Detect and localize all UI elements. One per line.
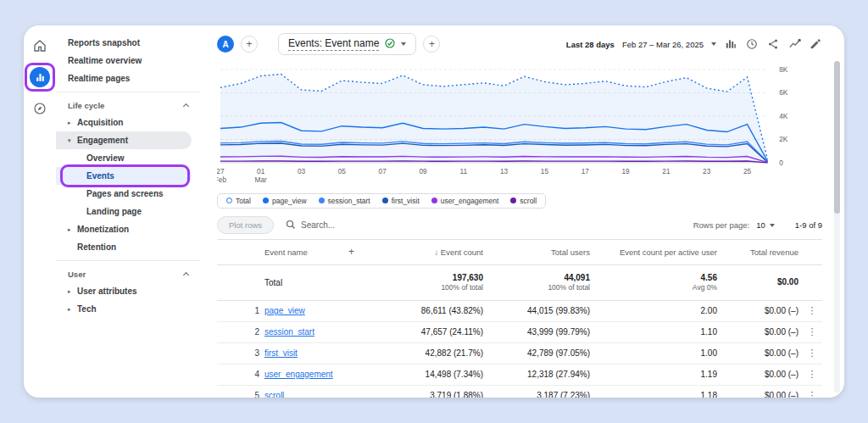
sidebar-item-label: Monetization bbox=[77, 225, 129, 234]
page-title: Events: Event name bbox=[288, 37, 379, 51]
legend-item-session_start[interactable]: session_start bbox=[319, 197, 370, 205]
event-name-link[interactable]: page_view bbox=[264, 306, 305, 315]
sidebar-item-pages-and-screens[interactable]: Pages and screens bbox=[56, 185, 200, 203]
event-name-link[interactable]: scroll bbox=[264, 391, 284, 398]
chevron-down-icon[interactable] bbox=[711, 42, 716, 46]
total-revenue-cell: $0.00 (–) bbox=[721, 327, 802, 337]
event-name-link[interactable]: first_visit bbox=[264, 348, 298, 358]
add-comparison-button[interactable]: + bbox=[241, 36, 258, 53]
svg-text:13: 13 bbox=[500, 167, 509, 175]
legend-item-first_visit[interactable]: first_visit bbox=[382, 197, 420, 205]
sidebar-item-engagement[interactable]: ▾Engagement bbox=[56, 131, 192, 149]
total-revenue-cell: $0.00 (–) bbox=[721, 306, 802, 315]
legend-item-scroll[interactable]: scroll bbox=[510, 197, 537, 205]
compare-charts-icon[interactable] bbox=[724, 37, 737, 51]
legend-dot-icon bbox=[263, 198, 269, 203]
sidebar: Reports snapshot Realtime overview Realt… bbox=[56, 25, 200, 398]
sidebar-item-monetization[interactable]: ▸Monetization bbox=[56, 220, 200, 238]
sidebar-item-label: Reports snapshot bbox=[68, 38, 140, 47]
column-header-total-users[interactable]: Total users bbox=[487, 248, 593, 257]
search-input[interactable] bbox=[301, 220, 386, 230]
sidebar-section-user[interactable]: User bbox=[56, 265, 200, 282]
svg-text:Mar: Mar bbox=[255, 175, 267, 184]
sidebar-item-reports-snapshot[interactable]: Reports snapshot bbox=[56, 34, 200, 52]
section-label: Life cycle bbox=[68, 101, 104, 110]
chevron-down-icon bbox=[770, 224, 775, 227]
legend-label: user_engagement bbox=[441, 197, 499, 205]
event-count-cell: 86,611 (43.82%) bbox=[376, 306, 487, 315]
sidebar-item-tech[interactable]: ▸Tech bbox=[56, 300, 200, 318]
add-button[interactable]: + bbox=[423, 36, 440, 53]
sidebar-item-label: Tech bbox=[77, 304, 97, 314]
app-window: Reports snapshot Realtime overview Realt… bbox=[24, 25, 844, 398]
sidebar-item-retention[interactable]: Retention bbox=[56, 238, 200, 256]
scrollbar-thumb[interactable] bbox=[834, 61, 840, 214]
event-name-link[interactable]: user_engagement bbox=[264, 370, 333, 379]
avatar[interactable]: A bbox=[217, 36, 234, 53]
sidebar-item-events[interactable]: Events bbox=[56, 167, 192, 185]
row-menu-icon[interactable]: ⋮ bbox=[802, 348, 822, 359]
sidebar-section-life-cycle[interactable]: Life cycle bbox=[56, 97, 200, 114]
home-icon[interactable] bbox=[31, 37, 48, 54]
sidebar-item-realtime-overview[interactable]: Realtime overview bbox=[56, 52, 200, 70]
plot-rows-button[interactable]: Plot rows bbox=[217, 216, 274, 234]
rows-per-page-label: Rows per page: bbox=[693, 220, 750, 230]
edit-icon[interactable] bbox=[809, 37, 822, 51]
legend-dot-icon bbox=[319, 198, 325, 203]
sidebar-item-label: Overview bbox=[86, 153, 124, 163]
total-revenue-cell: $0.00 (–) bbox=[721, 370, 802, 379]
per-active-user-cell: 1.10 bbox=[593, 327, 721, 337]
event-count-cell: 42,882 (21.7%) bbox=[376, 348, 487, 358]
column-header-total-revenue[interactable]: Total revenue bbox=[721, 248, 802, 257]
column-header-event-name[interactable]: Event name bbox=[264, 248, 308, 257]
legend-items: Totalpage_viewsession_startfirst_visitus… bbox=[217, 193, 546, 209]
insights-icon[interactable] bbox=[787, 37, 801, 51]
row-menu-icon[interactable]: ⋮ bbox=[802, 326, 822, 337]
svg-text:19: 19 bbox=[621, 167, 630, 175]
annotation-box-events bbox=[60, 164, 190, 187]
table-row: 4 user_engagement 14,498 (7.34%) 12,318 … bbox=[217, 365, 822, 386]
svg-text:27: 27 bbox=[217, 167, 225, 175]
date-range-selector[interactable]: Feb 27 – Mar 26, 2025 bbox=[622, 40, 704, 49]
arrow-right-icon: ▸ bbox=[68, 288, 77, 295]
chevron-down-icon bbox=[401, 42, 406, 46]
sidebar-item-acquisition[interactable]: ▸Acquisition bbox=[56, 114, 200, 131]
event-name-link[interactable]: session_start bbox=[264, 327, 314, 337]
legend-item-page_view[interactable]: page_view bbox=[263, 197, 307, 205]
add-column-icon[interactable]: + bbox=[348, 246, 354, 258]
row-menu-icon[interactable]: ⋮ bbox=[802, 305, 822, 316]
row-number: 2 bbox=[246, 327, 264, 337]
icon-rail bbox=[24, 25, 56, 398]
search-box[interactable] bbox=[286, 218, 386, 233]
sidebar-item-overview[interactable]: Overview bbox=[56, 149, 200, 167]
column-header-per-active-user[interactable]: Event count per active user bbox=[593, 248, 721, 257]
row-menu-icon[interactable]: ⋮ bbox=[802, 369, 822, 380]
report-title-chip[interactable]: Events: Event name bbox=[278, 33, 416, 55]
sidebar-item-user-attributes[interactable]: ▸User attributes bbox=[56, 282, 200, 300]
sidebar-item-label: Engagement bbox=[77, 136, 128, 145]
arrow-down-icon: ▾ bbox=[68, 137, 77, 144]
row-number: 4 bbox=[246, 370, 264, 379]
sidebar-item-label: Realtime overview bbox=[68, 56, 142, 65]
explore-icon[interactable] bbox=[31, 100, 48, 117]
sidebar-item-label: Landing page bbox=[86, 207, 142, 216]
total-users: 44,091 bbox=[487, 273, 590, 284]
share-icon[interactable] bbox=[766, 37, 780, 51]
check-circle-icon bbox=[385, 36, 395, 52]
sidebar-item-realtime-pages[interactable]: Realtime pages bbox=[56, 70, 200, 87]
scheduled-icon[interactable] bbox=[745, 37, 759, 51]
legend-item-user_engagement[interactable]: user_engagement bbox=[431, 197, 499, 205]
rows-per-page-select[interactable]: 10 bbox=[756, 220, 775, 230]
svg-text:03: 03 bbox=[298, 167, 306, 175]
sidebar-item-landing-page[interactable]: Landing page bbox=[56, 203, 200, 220]
column-header-event-count[interactable]: ↓ Event count bbox=[376, 248, 487, 257]
sidebar-item-label: User attributes bbox=[77, 287, 137, 296]
row-menu-icon[interactable]: ⋮ bbox=[802, 390, 822, 398]
total-users-cell: 42,789 (97.05%) bbox=[487, 348, 593, 358]
legend-item-Total[interactable]: Total bbox=[226, 197, 251, 205]
reports-nav-item[interactable] bbox=[30, 67, 50, 87]
table-row: 1 page_view 86,611 (43.82%) 44,015 (99.8… bbox=[217, 301, 822, 322]
total-per-active-user: 4.56 bbox=[593, 273, 717, 284]
table-controls: Plot rows Rows per page: 10 1-9 of 9 bbox=[217, 212, 822, 239]
table-header-row: Event name + ↓ Event count Total users E… bbox=[217, 240, 822, 265]
